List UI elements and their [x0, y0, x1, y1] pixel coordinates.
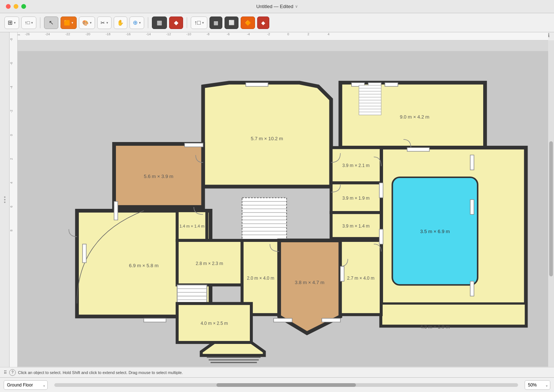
svg-rect-61 [340, 266, 344, 281]
titlebar: Untitled — Edited ∨ [0, 0, 554, 13]
status-message: Click an object to select. Hold Shift an… [18, 370, 183, 375]
separator [148, 17, 148, 28]
horizontal-scrollbar[interactable] [54, 383, 518, 387]
hand-icon: ✋ [117, 19, 124, 26]
3d-icon: ◆ [261, 20, 265, 26]
room-label: 1.4 m × 1.4 m [179, 224, 204, 228]
room-label: 2.8 m × 2.3 m [196, 261, 223, 266]
svg-rect-59 [274, 318, 292, 322]
chevron-down-icon: ▾ [90, 21, 92, 25]
svg-rect-65 [470, 155, 474, 170]
plan-icon: ▦ [214, 20, 218, 26]
svg-rect-17 [381, 304, 526, 326]
help-icon[interactable]: ? [9, 369, 16, 376]
layout-view-button[interactable]: ▦ [152, 17, 167, 29]
select-tool-button[interactable]: ↖ [44, 17, 58, 29]
separator [40, 17, 40, 28]
view-button[interactable]: ⊞ ▾ [4, 17, 19, 29]
layout-icon: ▦ [157, 19, 162, 26]
svg-marker-48 [201, 342, 265, 355]
svg-rect-4 [385, 83, 398, 86]
minimize-button[interactable] [14, 4, 18, 9]
svg-rect-58 [185, 143, 203, 147]
object-tool-button[interactable]: 🟧 ▾ [61, 17, 77, 29]
chevron-down-icon: ▾ [106, 21, 108, 25]
smart-tool-button[interactable]: ✂ ▾ [97, 17, 112, 29]
section-button[interactable]: 🔶 [241, 17, 255, 29]
plan-view-button[interactable]: ▦ [209, 17, 222, 29]
materials-tool-button[interactable]: 🎨 ▾ [79, 17, 95, 29]
object-icon: 🟧 [64, 20, 70, 26]
section-icon: 🔶 [245, 20, 251, 26]
room-label: 9.0 m × 4.2 m [400, 114, 430, 120]
zoom-select[interactable]: 25% 50% 75% 100% 150% 200% [525, 380, 550, 390]
canvas-area[interactable]: 9.0 m × 4.2 m 3.5 m × 6.9 m 4.3 m × 9.2 … [18, 40, 548, 377]
pan-tool-button[interactable]: ✋ [114, 17, 127, 29]
svg-rect-25 [242, 198, 287, 240]
vertical-ruler: -8 -6 -4 -2 0 2 4 6 8 [10, 32, 18, 377]
window-controls [6, 4, 26, 9]
upload-icon: ↑□ [194, 19, 201, 26]
svg-rect-55 [114, 202, 118, 220]
view-icon: ⊞ [8, 19, 12, 26]
chevron-down-icon[interactable]: ∨ [295, 4, 298, 9]
svg-rect-57 [144, 318, 166, 322]
3d-button[interactable]: ◆ [257, 17, 269, 29]
maximize-button[interactable] [21, 4, 26, 9]
room-label: 3.9 m × 1.4 m [342, 224, 369, 229]
svg-rect-60 [322, 318, 340, 322]
close-button[interactable] [6, 4, 11, 9]
zoom-icon: ⊕ [133, 19, 138, 26]
elevation-icon: ⬜ [229, 20, 234, 25]
panel-handle[interactable] [0, 32, 10, 367]
floorplan-svg: 9.0 m × 4.2 m 3.5 m × 6.9 m 4.3 m × 9.2 … [18, 40, 548, 377]
ruler-unit: m [18, 33, 20, 36]
export-button[interactable]: ↑□ ▾ [191, 17, 207, 29]
room-label: 5.6 m × 3.9 m [144, 174, 174, 179]
zoom-select-wrapper[interactable]: 25% 50% 75% 100% 150% 200% [525, 380, 550, 390]
chevron-down-icon: ▾ [72, 21, 73, 25]
materials-icon: 🎨 [82, 20, 88, 26]
floor-select[interactable]: Ground Floor First Floor Second Floor [4, 380, 48, 390]
svg-rect-66 [470, 200, 474, 214]
room-label: 5.7 m × 10.2 m [251, 136, 283, 141]
room-label: 2.7 m × 4.0 m [347, 276, 374, 281]
status-bar: ⠿ ? Click an object to select. Hold Shif… [0, 367, 554, 377]
separator [187, 17, 187, 28]
svg-marker-18 [203, 83, 331, 186]
pool-label: 3.5 m × 6.9 m [420, 229, 450, 234]
share-icon: ↑□ [25, 20, 30, 25]
room-label: 4.0 m × 2.5 m [201, 321, 228, 326]
svg-rect-63 [379, 183, 383, 197]
room-label: 4.3 m × 1.9 m [420, 324, 450, 330]
scrollbar-thumb[interactable] [216, 383, 356, 387]
horizontal-ruler: m -26 -24 -22 -20 -18 -16 -14 -12 -10 -8… [17, 32, 548, 40]
chevron-down-icon: ▾ [14, 21, 16, 25]
svg-rect-64 [379, 229, 383, 244]
room-label: 3.9 m × 2.1 m [342, 163, 369, 168]
vertical-scrollbar[interactable] [548, 40, 554, 377]
elevation-button[interactable]: ⬜ [225, 17, 238, 29]
zoom-tool-button[interactable]: ⊕ ▾ [130, 17, 144, 29]
panel-toggle-icon[interactable]: ⠿ [4, 370, 7, 375]
floor-select-wrapper[interactable]: Ground Floor First Floor Second Floor [4, 380, 48, 390]
panel-dots [4, 196, 6, 203]
cube-icon: ◆ [174, 19, 178, 26]
3d-view-button[interactable]: ◆ [169, 17, 183, 29]
toolbar: ⊞ ▾ ↑□ ▾ ↖ 🟧 ▾ 🎨 ▾ ✂ ▾ ✋ ⊕ ▾ ▦ ◆ [0, 13, 554, 32]
scrollbar-thumb[interactable] [549, 141, 553, 276]
room-label: 3.8 m × 4.7 m [295, 280, 325, 285]
chevron-down-icon: ▾ [139, 21, 141, 25]
chevron-down-icon: ▾ [202, 21, 204, 25]
arrow-icon: ↖ [49, 19, 54, 26]
svg-rect-56 [83, 244, 86, 263]
room-label: 6.9 m × 5.8 m [129, 263, 158, 268]
window-title: Untitled — Edited [256, 4, 293, 9]
svg-rect-67 [470, 281, 474, 296]
scissors-icon: ✂ [101, 20, 105, 26]
svg-rect-54 [246, 83, 268, 86]
room-label: 3.9 m × 1.9 m [342, 196, 369, 201]
svg-rect-62 [407, 148, 430, 151]
chevron-down-icon: ▾ [31, 21, 33, 25]
share-button[interactable]: ↑□ ▾ [21, 17, 36, 29]
